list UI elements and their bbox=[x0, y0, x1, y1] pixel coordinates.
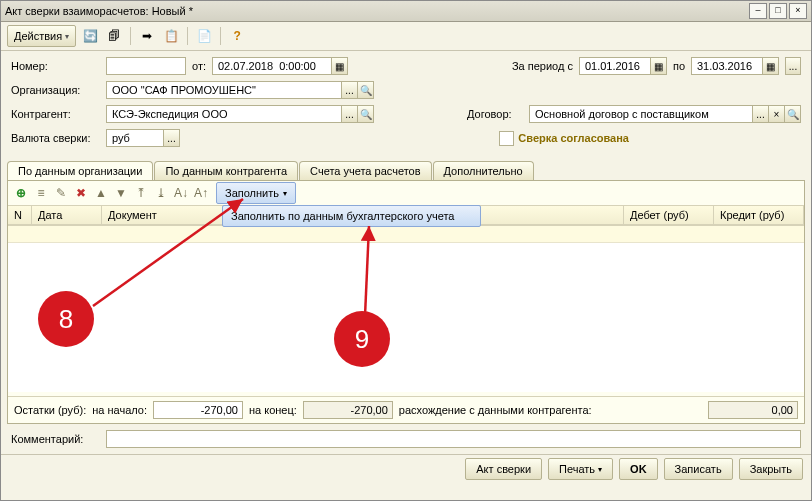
delete-row-icon[interactable]: ✖ bbox=[72, 184, 90, 202]
number-label: Номер: bbox=[11, 60, 106, 72]
write-button[interactable]: Записать bbox=[664, 458, 733, 480]
callout-9: 9 bbox=[334, 311, 390, 367]
tab-accounts[interactable]: Счета учета расчетов bbox=[299, 161, 431, 180]
tab-additional[interactable]: Дополнительно bbox=[433, 161, 534, 180]
na-nachalo-label: на начало: bbox=[92, 404, 147, 416]
comment-row: Комментарий: bbox=[1, 424, 811, 454]
calendar-icon[interactable]: ▦ bbox=[651, 57, 667, 75]
na-konec-label: на конец: bbox=[249, 404, 297, 416]
ok-button[interactable]: OK bbox=[619, 458, 658, 480]
tab-org-data[interactable]: По данным организации bbox=[7, 161, 153, 180]
calendar-icon[interactable]: ▦ bbox=[332, 57, 348, 75]
dogovor-search-icon[interactable]: 🔍 bbox=[785, 105, 801, 123]
maximize-button[interactable]: □ bbox=[769, 3, 787, 19]
actions-button[interactable]: Действия ▾ bbox=[7, 25, 76, 47]
sverka-checkbox[interactable] bbox=[499, 131, 514, 146]
window-titlebar: Акт сверки взаиморасчетов: Новый * – □ × bbox=[1, 1, 811, 22]
chevron-down-icon: ▾ bbox=[283, 189, 287, 198]
col-date[interactable]: Дата bbox=[32, 206, 102, 224]
na-konec-value: -270,00 bbox=[303, 401, 393, 419]
calendar-icon[interactable]: ▦ bbox=[763, 57, 779, 75]
toolbar-icon-help[interactable]: ? bbox=[227, 26, 247, 46]
period-from-label: За период с bbox=[512, 60, 573, 72]
actions-label: Действия bbox=[14, 30, 62, 42]
move-top-icon[interactable]: ⤒ bbox=[132, 184, 150, 202]
kontr-ellipsis-button[interactable]: ... bbox=[342, 105, 358, 123]
print-button[interactable]: Печать▾ bbox=[548, 458, 613, 480]
na-nachalo-value[interactable]: -270,00 bbox=[153, 401, 243, 419]
comment-label: Комментарий: bbox=[11, 433, 106, 445]
balances-row: Остатки (руб): на начало: -270,00 на кон… bbox=[8, 396, 804, 423]
balances-label: Остатки (руб): bbox=[14, 404, 86, 416]
col-debet[interactable]: Дебет (руб) bbox=[624, 206, 714, 224]
org-ellipsis-button[interactable]: ... bbox=[342, 81, 358, 99]
toolbar-icon-copy[interactable]: 🗐 bbox=[104, 26, 124, 46]
close-button[interactable]: Закрыть bbox=[739, 458, 803, 480]
dogovor-input[interactable] bbox=[529, 105, 753, 123]
callout-8: 8 bbox=[38, 291, 94, 347]
col-kredit[interactable]: Кредит (руб) bbox=[714, 206, 804, 224]
col-n[interactable]: N bbox=[8, 206, 32, 224]
dogovor-label: Договор: bbox=[467, 108, 529, 120]
akt-sverki-button[interactable]: Акт сверки bbox=[465, 458, 542, 480]
footer-bar: Акт сверки Печать▾ OK Записать Закрыть bbox=[1, 454, 811, 483]
tabstrip: По данным организации По данным контраге… bbox=[1, 161, 811, 180]
sverka-label: Сверка согласована bbox=[518, 132, 629, 144]
currency-input[interactable] bbox=[106, 129, 164, 147]
kontr-search-icon[interactable]: 🔍 bbox=[358, 105, 374, 123]
data-grid: N Дата Документ Дебет (руб) Кредит (руб) bbox=[8, 206, 804, 396]
period-from-input[interactable] bbox=[579, 57, 651, 75]
org-input[interactable] bbox=[106, 81, 342, 99]
form-area: Номер: от: ▦ За период с ▦ по ▦ ... Орга… bbox=[1, 51, 811, 157]
edit-row-icon[interactable]: ✎ bbox=[52, 184, 70, 202]
chevron-down-icon: ▾ bbox=[65, 32, 69, 41]
fill-button-label: Заполнить bbox=[225, 187, 279, 199]
main-toolbar: Действия ▾ 🔄 🗐 ➡ 📋 📄 ? bbox=[1, 22, 811, 51]
fill-menu-item[interactable]: Заполнить по данным бухгалтерского учета bbox=[222, 205, 481, 227]
grid-toolbar: ⊕ ≡ ✎ ✖ ▲ ▼ ⤒ ⤓ A↓ A↑ Заполнить ▾ bbox=[8, 181, 804, 206]
toolbar-icon-list[interactable]: 📋 bbox=[161, 26, 181, 46]
sort-desc-icon[interactable]: A↑ bbox=[192, 184, 210, 202]
grid-empty-row[interactable] bbox=[8, 226, 804, 243]
tab-kontr-data[interactable]: По данным контрагента bbox=[154, 161, 298, 180]
dogovor-clear-button[interactable]: × bbox=[769, 105, 785, 123]
toolbar-icon-go[interactable]: ➡ bbox=[137, 26, 157, 46]
org-search-icon[interactable]: 🔍 bbox=[358, 81, 374, 99]
toolbar-icon-refresh[interactable]: 🔄 bbox=[80, 26, 100, 46]
ot-label: от: bbox=[192, 60, 206, 72]
fill-button[interactable]: Заполнить ▾ bbox=[216, 182, 296, 204]
kontr-input[interactable] bbox=[106, 105, 342, 123]
add-row-icon[interactable]: ⊕ bbox=[12, 184, 30, 202]
close-window-button[interactable]: × bbox=[789, 3, 807, 19]
move-up-icon[interactable]: ▲ bbox=[92, 184, 110, 202]
insert-row-icon[interactable]: ≡ bbox=[32, 184, 50, 202]
kontr-label: Контрагент: bbox=[11, 108, 106, 120]
minimize-button[interactable]: – bbox=[749, 3, 767, 19]
org-label: Организация: bbox=[11, 84, 106, 96]
grid-body[interactable] bbox=[8, 225, 804, 392]
window-title: Акт сверки взаиморасчетов: Новый * bbox=[5, 5, 747, 17]
dogovor-ellipsis-button[interactable]: ... bbox=[753, 105, 769, 123]
number-input[interactable] bbox=[106, 57, 186, 75]
period-ellipsis-button[interactable]: ... bbox=[785, 57, 801, 75]
comment-input[interactable] bbox=[106, 430, 801, 448]
move-bottom-icon[interactable]: ⤓ bbox=[152, 184, 170, 202]
currency-ellipsis-button[interactable]: ... bbox=[164, 129, 180, 147]
sort-asc-icon[interactable]: A↓ bbox=[172, 184, 190, 202]
currency-label: Валюта сверки: bbox=[11, 132, 106, 144]
tab-body: ⊕ ≡ ✎ ✖ ▲ ▼ ⤒ ⤓ A↓ A↑ Заполнить ▾ Заполн… bbox=[7, 180, 805, 424]
rash-value: 0,00 bbox=[708, 401, 798, 419]
toolbar-icon-report[interactable]: 📄 bbox=[194, 26, 214, 46]
period-to-input[interactable] bbox=[691, 57, 763, 75]
date-input[interactable] bbox=[212, 57, 332, 75]
move-down-icon[interactable]: ▼ bbox=[112, 184, 130, 202]
rash-label: расхождение с данными контрагента: bbox=[399, 404, 592, 416]
period-to-label: по bbox=[673, 60, 685, 72]
